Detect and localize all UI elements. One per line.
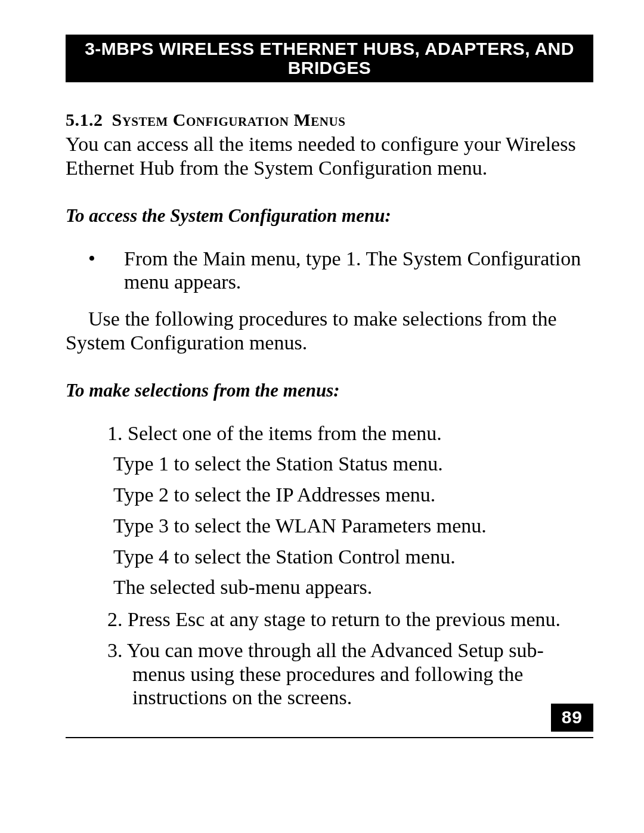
bullet-icon: • xyxy=(106,247,124,271)
list-item: 3. You can move through all the Advanced… xyxy=(107,639,593,710)
section-title: System Configuration Menus xyxy=(112,110,346,129)
subheading-access: To access the System Configuration menu: xyxy=(66,205,593,227)
list-subline: Type 3 to select the WLAN Parameters men… xyxy=(113,514,593,538)
page-header-bar: 3-MBPS WIRELESS ETHERNET HUBS, ADAPTERS,… xyxy=(66,35,593,82)
page-number-text: 89 xyxy=(562,707,583,727)
subheading-selections: To make selections from the menus: xyxy=(66,380,593,401)
section-number: 5.1.2 xyxy=(66,110,103,129)
bullet-item: • From the Main menu, type 1. The System… xyxy=(106,247,593,295)
list-subline: Type 2 to select the IP Addresses menu. xyxy=(113,483,593,507)
list-item: 2. Press Esc at any stage to return to t… xyxy=(107,608,593,631)
bullet-text: From the Main menu, type 1. The System C… xyxy=(124,247,581,293)
numbered-list: 1. Select one of the items from the menu… xyxy=(66,422,593,710)
list-item: 1. Select one of the items from the menu… xyxy=(107,422,593,445)
footer-rule xyxy=(66,737,593,738)
list-subline: Type 1 to select the Station Status menu… xyxy=(113,452,593,476)
manual-page: 3-MBPS WIRELESS ETHERNET HUBS, ADAPTERS,… xyxy=(0,0,644,833)
section-heading: 5.1.2 System Configuration Menus xyxy=(66,110,593,130)
page-number: 89 xyxy=(551,704,593,732)
list-subline: The selected sub-menu appears. xyxy=(113,575,593,599)
page-header-text: 3-MBPS WIRELESS ETHERNET HUBS, ADAPTERS,… xyxy=(85,39,574,78)
list-subline: Type 4 to select the Station Control men… xyxy=(113,545,593,569)
intro-paragraph: You can access all the items needed to c… xyxy=(66,132,593,180)
intro-paragraph-2: Use the following procedures to make sel… xyxy=(66,307,593,355)
